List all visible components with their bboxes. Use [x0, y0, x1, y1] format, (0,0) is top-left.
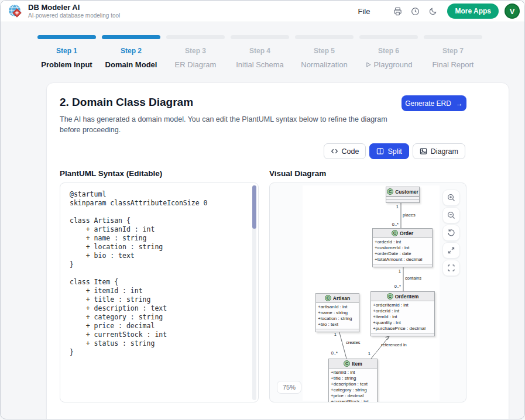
class-attribute: +description : text	[331, 381, 375, 387]
zoom-out-button[interactable]	[442, 207, 460, 223]
step-number: Step 4	[231, 47, 289, 55]
class-attribute: +purchasePrice : decimal	[373, 326, 433, 332]
step-label: Normalization	[301, 60, 347, 69]
relation-multiplicity: 0..*	[392, 222, 399, 227]
class-name: Customer	[395, 189, 418, 195]
class-attribute: +orderId : int	[375, 239, 430, 245]
view-toggle: Code Split Diagram	[324, 143, 465, 159]
view-diagram-button[interactable]: Diagram	[413, 143, 465, 159]
class-name: Order	[400, 230, 413, 236]
step-problem-input[interactable]: Step 1 Problem Input	[37, 35, 96, 69]
class-attribute: +price : decimal	[331, 393, 375, 399]
step-label: Playground	[374, 60, 413, 69]
plantuml-code-input[interactable]: @startuml skinparam classAttributeIconSi…	[60, 183, 251, 402]
app-title: DB Modeler AI	[28, 4, 120, 12]
class-name: OrderItem	[395, 294, 419, 299]
step-normalization[interactable]: Step 5 Normalization	[295, 35, 354, 69]
expand-button[interactable]	[442, 242, 460, 259]
image-icon	[420, 147, 427, 155]
uml-class-orderitem[interactable]: COrderItem +orderItemId : int +orderId :…	[370, 291, 435, 336]
relation-multiplicity: 1	[368, 351, 370, 356]
class-attribute: +itemId : int	[331, 370, 375, 376]
empty-compartment	[373, 264, 432, 267]
plantuml-editor: @startuml skinparam classAttributeIconSi…	[60, 183, 259, 402]
app-logo	[8, 4, 23, 19]
app-header: DB Modeler AI AI-powered database modeli…	[1, 1, 524, 22]
step-er-diagram[interactable]: Step 3 ER Diagram	[166, 35, 225, 69]
main-card: 2. Domain Class Diagram Generate ERD → T…	[46, 82, 509, 419]
step-number: Step 1	[37, 47, 96, 55]
class-name: Artisan	[333, 295, 350, 301]
class-icon: C	[387, 188, 393, 195]
class-attribute: +title : string	[331, 376, 375, 381]
step-progress-bar	[359, 35, 418, 39]
uml-class-customer[interactable]: CCustomer	[386, 187, 420, 203]
diagram-controls	[442, 190, 460, 276]
step-domain-model[interactable]: Step 2 Domain Model	[102, 35, 160, 69]
step-initial-schema[interactable]: Step 4 Initial Schema	[231, 35, 289, 69]
relation-multiplicity: 1	[396, 204, 399, 209]
step-progress-bar	[102, 35, 160, 39]
step-playground[interactable]: Step 6 Playground	[359, 35, 418, 69]
generate-erd-button[interactable]: Generate ERD →	[402, 95, 466, 111]
zoom-in-button[interactable]	[442, 190, 460, 206]
generate-erd-label: Generate ERD	[405, 99, 451, 108]
class-attribute: +bio : text	[318, 322, 357, 328]
step-label: ER Diagram	[175, 60, 217, 69]
relation-multiplicity: 1	[399, 268, 401, 274]
class-attribute: +currentStock : int	[331, 399, 375, 402]
reset-view-button[interactable]	[442, 225, 460, 241]
uml-class-order[interactable]: COrder +orderId : int +customerId : int …	[372, 228, 433, 267]
more-apps-button[interactable]: More Apps	[447, 4, 499, 19]
step-label: Final Report	[433, 60, 474, 69]
arrow-right-icon: →	[456, 99, 463, 108]
view-split-button[interactable]: Split	[369, 143, 409, 159]
class-attribute: +artisanId : int	[318, 304, 357, 310]
relation-multiplicity: 0..*	[331, 350, 338, 356]
relation-multiplicity: 0..*	[394, 284, 401, 289]
step-progress-bar	[424, 35, 482, 39]
diagram-canvas[interactable]: CCustomer COrder +orderId : int +custome…	[269, 183, 466, 402]
uml-class-artisan[interactable]: CArtisan +artisanId : int +name : string…	[315, 293, 359, 332]
empty-compartment	[316, 329, 359, 332]
class-attribute: +name : string	[318, 310, 357, 316]
play-icon	[365, 61, 372, 68]
clock-icon[interactable]	[406, 4, 424, 19]
class-attribute: +location : string	[318, 316, 357, 322]
file-menu[interactable]: File	[353, 5, 375, 18]
uml-class-item[interactable]: CItem +itemId : int +title : string +des…	[328, 359, 378, 402]
user-avatar[interactable]: V	[505, 4, 520, 19]
class-attribute: +orderId : int	[373, 308, 433, 314]
class-icon: C	[392, 230, 398, 236]
fit-view-button[interactable]	[442, 260, 460, 276]
print-icon[interactable]	[389, 4, 406, 19]
class-attribute: +orderItemId : int	[373, 302, 433, 308]
step-number: Step 6	[359, 47, 418, 55]
step-number: Step 2	[102, 47, 160, 55]
split-icon	[376, 147, 384, 155]
class-attribute: +totalAmount : decimal	[375, 257, 430, 263]
class-name: Item	[352, 361, 362, 367]
theme-toggle-icon[interactable]	[424, 4, 441, 19]
view-code-button[interactable]: Code	[324, 143, 366, 159]
step-number: Step 7	[424, 47, 482, 55]
class-attribute: +itemId : int	[373, 314, 433, 320]
step-number: Step 5	[295, 47, 354, 55]
relation-multiplicity: 1	[334, 332, 337, 337]
page-description: The AI has generated a domain model. You…	[60, 114, 396, 135]
stepper: Step 1 Problem Input Step 2 Domain Model…	[37, 35, 524, 69]
class-attribute: +quantity : int	[373, 320, 433, 326]
app-window: DB Modeler AI AI-powered database modeli…	[0, 0, 525, 419]
step-number: Step 3	[166, 47, 225, 55]
class-attribute: +category : string	[331, 387, 375, 393]
class-icon: C	[387, 293, 393, 299]
code-icon	[331, 147, 338, 155]
class-attribute: +customerId : int	[375, 245, 430, 251]
editor-scrollbar-thumb[interactable]	[252, 185, 256, 229]
step-progress-bar	[231, 35, 289, 39]
step-final-report[interactable]: Step 7 Final Report	[424, 35, 482, 69]
relation-label: places	[403, 212, 416, 218]
relation-label: creates	[346, 340, 361, 345]
class-icon: C	[344, 360, 350, 367]
class-attribute: +orderDate : date	[375, 251, 430, 257]
